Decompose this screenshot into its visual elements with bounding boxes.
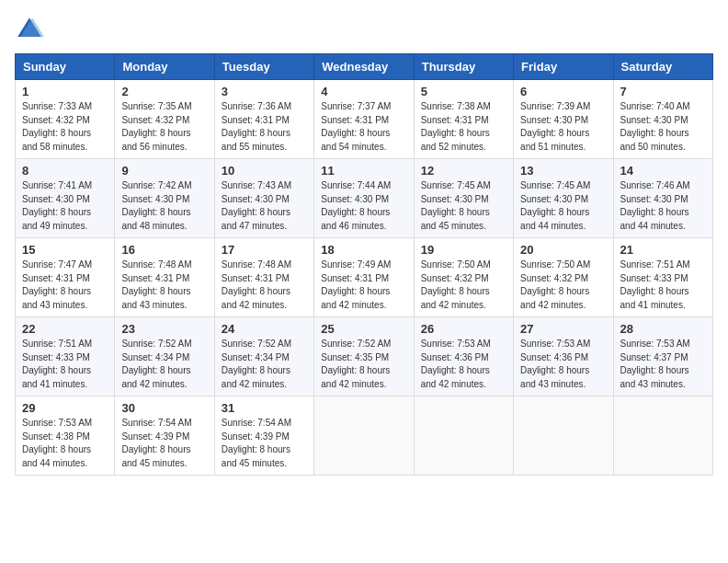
day-info: Sunrise: 7:50 AMSunset: 4:32 PMDaylight:… [421, 259, 506, 312]
day-number: 14 [620, 164, 706, 178]
day-number: 31 [222, 401, 307, 415]
calendar-cell: 15Sunrise: 7:47 AMSunset: 4:31 PMDayligh… [16, 238, 115, 317]
column-header-thursday: Thursday [414, 54, 513, 80]
day-info: Sunrise: 7:48 AMSunset: 4:31 PMDaylight:… [222, 259, 307, 312]
calendar-cell: 3Sunrise: 7:36 AMSunset: 4:31 PMDaylight… [214, 80, 313, 159]
calendar-cell: 26Sunrise: 7:53 AMSunset: 4:36 PMDayligh… [414, 317, 513, 396]
calendar-cell [314, 396, 414, 476]
logo [15, 15, 48, 44]
day-number: 4 [321, 85, 406, 98]
day-number: 7 [620, 85, 706, 98]
calendar-cell: 11Sunrise: 7:44 AMSunset: 4:30 PMDayligh… [314, 159, 414, 238]
day-number: 10 [222, 164, 307, 178]
day-info: Sunrise: 7:45 AMSunset: 4:30 PMDaylight:… [421, 179, 506, 233]
day-info: Sunrise: 7:41 AMSunset: 4:30 PMDaylight:… [22, 179, 108, 233]
calendar-cell: 5Sunrise: 7:38 AMSunset: 4:31 PMDaylight… [414, 80, 513, 159]
day-info: Sunrise: 7:53 AMSunset: 4:38 PMDaylight:… [22, 417, 108, 470]
calendar-cell: 16Sunrise: 7:48 AMSunset: 4:31 PMDayligh… [115, 238, 214, 317]
day-number: 1 [22, 85, 108, 98]
day-number: 22 [22, 322, 108, 336]
day-number: 9 [121, 164, 207, 178]
calendar-cell: 25Sunrise: 7:52 AMSunset: 4:35 PMDayligh… [314, 317, 414, 396]
day-info: Sunrise: 7:48 AMSunset: 4:31 PMDaylight:… [121, 259, 207, 312]
day-number: 8 [22, 164, 108, 178]
week-row-2: 8Sunrise: 7:41 AMSunset: 4:30 PMDaylight… [16, 159, 713, 238]
calendar-cell: 23Sunrise: 7:52 AMSunset: 4:34 PMDayligh… [115, 317, 214, 396]
day-number: 2 [121, 85, 207, 98]
day-number: 12 [421, 164, 506, 178]
calendar-cell: 30Sunrise: 7:54 AMSunset: 4:39 PMDayligh… [115, 396, 214, 476]
day-number: 27 [520, 322, 606, 336]
day-info: Sunrise: 7:36 AMSunset: 4:31 PMDaylight:… [222, 100, 307, 154]
day-number: 19 [421, 243, 506, 257]
day-info: Sunrise: 7:44 AMSunset: 4:30 PMDaylight:… [321, 179, 406, 233]
week-row-1: 1Sunrise: 7:33 AMSunset: 4:32 PMDaylight… [16, 80, 713, 159]
column-header-tuesday: Tuesday [214, 54, 313, 80]
calendar-cell: 22Sunrise: 7:51 AMSunset: 4:33 PMDayligh… [16, 317, 115, 396]
day-number: 21 [620, 243, 706, 257]
day-info: Sunrise: 7:49 AMSunset: 4:31 PMDaylight:… [321, 259, 406, 312]
calendar-cell [414, 396, 513, 476]
calendar-cell: 9Sunrise: 7:42 AMSunset: 4:30 PMDaylight… [115, 159, 214, 238]
calendar-cell: 1Sunrise: 7:33 AMSunset: 4:32 PMDaylight… [16, 80, 115, 159]
day-number: 25 [321, 322, 406, 336]
calendar-cell: 6Sunrise: 7:39 AMSunset: 4:30 PMDaylight… [514, 80, 613, 159]
calendar-table: SundayMondayTuesdayWednesdayThursdayFrid… [15, 53, 713, 476]
calendar-cell: 28Sunrise: 7:53 AMSunset: 4:37 PMDayligh… [613, 317, 712, 396]
calendar-cell: 18Sunrise: 7:49 AMSunset: 4:31 PMDayligh… [314, 238, 414, 317]
day-info: Sunrise: 7:51 AMSunset: 4:33 PMDaylight:… [620, 259, 706, 312]
calendar-header-row: SundayMondayTuesdayWednesdayThursdayFrid… [16, 54, 713, 80]
day-info: Sunrise: 7:39 AMSunset: 4:30 PMDaylight:… [520, 100, 606, 154]
day-number: 5 [421, 85, 506, 98]
day-info: Sunrise: 7:51 AMSunset: 4:33 PMDaylight:… [22, 338, 108, 391]
header [15, 15, 713, 44]
day-info: Sunrise: 7:40 AMSunset: 4:30 PMDaylight:… [620, 100, 706, 154]
day-info: Sunrise: 7:50 AMSunset: 4:32 PMDaylight:… [520, 259, 606, 312]
calendar-cell [613, 396, 712, 476]
calendar-cell: 14Sunrise: 7:46 AMSunset: 4:30 PMDayligh… [613, 159, 712, 238]
week-row-4: 22Sunrise: 7:51 AMSunset: 4:33 PMDayligh… [16, 317, 713, 396]
logo-icon [15, 15, 44, 44]
day-number: 30 [121, 401, 207, 415]
day-info: Sunrise: 7:53 AMSunset: 4:36 PMDaylight:… [421, 338, 506, 391]
calendar-cell: 13Sunrise: 7:45 AMSunset: 4:30 PMDayligh… [514, 159, 613, 238]
calendar-cell: 8Sunrise: 7:41 AMSunset: 4:30 PMDaylight… [16, 159, 115, 238]
day-number: 26 [421, 322, 506, 336]
day-number: 6 [520, 85, 606, 98]
column-header-saturday: Saturday [613, 54, 712, 80]
day-info: Sunrise: 7:53 AMSunset: 4:36 PMDaylight:… [520, 338, 606, 391]
day-info: Sunrise: 7:42 AMSunset: 4:30 PMDaylight:… [121, 179, 207, 233]
day-info: Sunrise: 7:52 AMSunset: 4:34 PMDaylight:… [121, 338, 207, 391]
day-number: 18 [321, 243, 406, 257]
day-number: 29 [22, 401, 108, 415]
column-header-sunday: Sunday [16, 54, 115, 80]
day-info: Sunrise: 7:45 AMSunset: 4:30 PMDaylight:… [520, 179, 606, 233]
day-number: 3 [222, 85, 307, 98]
calendar-cell: 7Sunrise: 7:40 AMSunset: 4:30 PMDaylight… [613, 80, 712, 159]
day-info: Sunrise: 7:37 AMSunset: 4:31 PMDaylight:… [321, 100, 406, 154]
calendar-cell: 24Sunrise: 7:52 AMSunset: 4:34 PMDayligh… [214, 317, 313, 396]
day-info: Sunrise: 7:38 AMSunset: 4:31 PMDaylight:… [421, 100, 506, 154]
day-number: 13 [520, 164, 606, 178]
calendar-cell: 12Sunrise: 7:45 AMSunset: 4:30 PMDayligh… [414, 159, 513, 238]
day-number: 15 [22, 243, 108, 257]
day-number: 11 [321, 164, 406, 178]
day-number: 17 [222, 243, 307, 257]
calendar-cell: 31Sunrise: 7:54 AMSunset: 4:39 PMDayligh… [214, 396, 313, 476]
calendar-cell: 21Sunrise: 7:51 AMSunset: 4:33 PMDayligh… [613, 238, 712, 317]
day-number: 28 [620, 322, 706, 336]
day-number: 24 [222, 322, 307, 336]
calendar-cell: 20Sunrise: 7:50 AMSunset: 4:32 PMDayligh… [514, 238, 613, 317]
day-info: Sunrise: 7:54 AMSunset: 4:39 PMDaylight:… [222, 417, 307, 470]
calendar-cell: 29Sunrise: 7:53 AMSunset: 4:38 PMDayligh… [16, 396, 115, 476]
calendar-cell: 4Sunrise: 7:37 AMSunset: 4:31 PMDaylight… [314, 80, 414, 159]
day-number: 20 [520, 243, 606, 257]
column-header-monday: Monday [115, 54, 214, 80]
day-info: Sunrise: 7:43 AMSunset: 4:30 PMDaylight:… [222, 179, 307, 233]
calendar-cell: 19Sunrise: 7:50 AMSunset: 4:32 PMDayligh… [414, 238, 513, 317]
day-info: Sunrise: 7:35 AMSunset: 4:32 PMDaylight:… [121, 100, 207, 154]
day-info: Sunrise: 7:46 AMSunset: 4:30 PMDaylight:… [620, 179, 706, 233]
week-row-3: 15Sunrise: 7:47 AMSunset: 4:31 PMDayligh… [16, 238, 713, 317]
day-info: Sunrise: 7:53 AMSunset: 4:37 PMDaylight:… [620, 338, 706, 391]
column-header-friday: Friday [514, 54, 613, 80]
